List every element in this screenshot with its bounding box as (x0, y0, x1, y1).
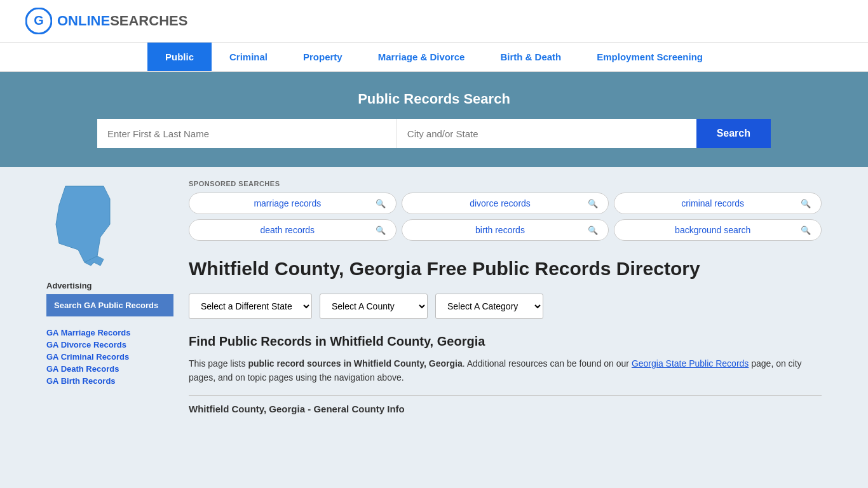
dropdown-row: Select a Different State Select A County… (189, 294, 822, 319)
find-title: Find Public Records in Whitfield County,… (189, 334, 822, 349)
category-dropdown[interactable]: Select A Category (435, 294, 543, 319)
hero-section: Public Records Search Search (0, 72, 868, 167)
nav-item-property[interactable]: Property (285, 43, 360, 71)
nav-item-criminal[interactable]: Criminal (212, 43, 285, 71)
main-nav: Public Criminal Property Marriage & Divo… (0, 43, 868, 72)
search-icon: 🔍 (801, 199, 811, 208)
sidebar-link-marriage[interactable]: GA Marriage Records (46, 328, 173, 337)
nav-item-employment[interactable]: Employment Screening (579, 43, 721, 71)
advertising-label: Advertising (46, 281, 173, 290)
svg-marker-2 (56, 186, 110, 262)
search-bar: Search (97, 119, 771, 148)
state-map-svg (46, 180, 123, 269)
county-info-label: Whitfield County, Georgia - General Coun… (189, 395, 822, 414)
georgia-records-link[interactable]: Georgia State Public Records (632, 358, 749, 369)
sponsored-link-divorce: divorce records (412, 198, 588, 208)
state-dropdown[interactable]: Select a Different State (189, 294, 312, 319)
sponsored-item-criminal[interactable]: criminal records 🔍 (614, 193, 822, 214)
sponsored-link-criminal: criminal records (625, 198, 801, 208)
sidebar-link-divorce[interactable]: GA Divorce Records (46, 340, 173, 349)
hero-title: Public Records Search (25, 91, 843, 107)
sponsored-label: SPONSORED SEARCHES (189, 180, 822, 187)
nav-item-marriage-divorce[interactable]: Marriage & Divorce (360, 43, 483, 71)
logo-text: ONLINESEARCHES (57, 13, 187, 29)
search-icon: 🔍 (588, 199, 598, 208)
sponsored-item-divorce[interactable]: divorce records 🔍 (402, 193, 609, 214)
name-input[interactable] (97, 119, 397, 148)
georgia-map (46, 180, 173, 271)
ad-box[interactable]: Search GA Public Records (46, 294, 173, 316)
logo[interactable]: G ONLINESEARCHES (25, 8, 187, 34)
site-header: G ONLINESEARCHES (0, 0, 868, 43)
search-button[interactable]: Search (696, 119, 771, 148)
nav-item-public[interactable]: Public (147, 43, 212, 71)
sponsored-grid: marriage records 🔍 divorce records 🔍 cri… (189, 193, 822, 241)
find-description: This page lists public record sources in… (189, 356, 822, 385)
sponsored-item-background[interactable]: background search 🔍 (614, 219, 822, 241)
search-icon: 🔍 (588, 226, 598, 235)
sponsored-link-marriage: marriage records (200, 198, 376, 208)
search-icon: 🔍 (801, 226, 811, 235)
county-dropdown[interactable]: Select A County (320, 294, 428, 319)
content-area: SPONSORED SEARCHES marriage records 🔍 di… (189, 180, 822, 414)
logo-icon: G (25, 8, 52, 34)
sidebar-link-death[interactable]: GA Death Records (46, 364, 173, 374)
search-icon: 🔍 (376, 226, 386, 235)
sidebar-link-criminal[interactable]: GA Criminal Records (46, 352, 173, 362)
svg-text:G: G (34, 13, 44, 27)
sponsored-item-death[interactable]: death records 🔍 (189, 219, 397, 241)
sidebar: Advertising Search GA Public Records GA … (46, 180, 173, 414)
search-icon: 🔍 (376, 199, 386, 208)
page-heading: Whitfield County, Georgia Free Public Re… (189, 256, 822, 281)
sponsored-link-birth: birth records (412, 225, 588, 235)
sponsored-item-marriage[interactable]: marriage records 🔍 (189, 193, 397, 214)
nav-item-birth-death[interactable]: Birth & Death (482, 43, 579, 71)
sidebar-link-birth[interactable]: GA Birth Records (46, 376, 173, 386)
location-input[interactable] (397, 119, 696, 148)
sponsored-link-background: background search (625, 225, 801, 235)
main-content: Advertising Search GA Public Records GA … (34, 167, 834, 427)
sponsored-item-birth[interactable]: birth records 🔍 (402, 219, 609, 241)
sponsored-link-death: death records (200, 225, 376, 235)
